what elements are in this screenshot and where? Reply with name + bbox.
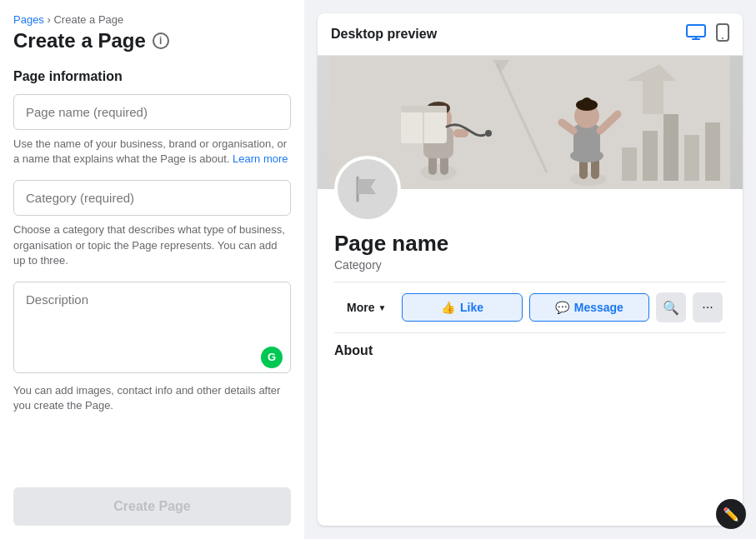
desktop-view-icon[interactable] — [686, 24, 706, 44]
preview-category: Category — [334, 258, 726, 272]
profile-area: Page name Category More ▼ 👍 Like 💬 Messa… — [318, 189, 743, 332]
svg-rect-11 — [453, 129, 468, 137]
breadcrumb-current: Create a Page — [53, 13, 123, 26]
action-buttons: More ▼ 👍 Like 💬 Message 🔍 ··· — [334, 292, 726, 322]
svg-point-15 — [485, 130, 492, 137]
search-icon: 🔍 — [663, 300, 679, 316]
preview-container: Desktop preview — [318, 13, 743, 526]
left-panel: Pages › Create a Page Create a Page i Pa… — [0, 0, 304, 539]
description-input[interactable] — [13, 282, 291, 373]
preview-icons — [686, 23, 729, 45]
edit-page-icon-button[interactable]: ✏️ — [716, 499, 746, 529]
learn-more-link[interactable]: Learn more — [233, 152, 288, 165]
page-title: Create a Page — [13, 29, 146, 52]
about-section: About — [334, 332, 726, 362]
svg-rect-0 — [687, 25, 705, 37]
divider — [334, 282, 726, 282]
more-button[interactable]: More ▼ — [338, 295, 395, 320]
preview-header: Desktop preview — [318, 13, 743, 56]
svg-point-23 — [582, 97, 592, 107]
mobile-view-icon[interactable] — [716, 23, 729, 45]
search-button[interactable]: 🔍 — [656, 292, 686, 322]
section-title: Page information — [13, 69, 291, 84]
add-info-text: You can add images, contact info and oth… — [13, 383, 291, 413]
avatar — [334, 156, 401, 222]
svg-point-16 — [570, 172, 607, 186]
create-page-button[interactable]: Create Page — [13, 487, 291, 526]
page-title-row: Create a Page i — [13, 29, 291, 52]
page-name-helper: Use the name of your business, brand or … — [13, 137, 291, 167]
thumbs-up-icon: 👍 — [441, 301, 455, 314]
about-title: About — [334, 343, 373, 357]
svg-rect-29 — [705, 122, 720, 181]
svg-rect-27 — [663, 114, 678, 181]
messenger-icon: 💬 — [555, 301, 569, 314]
pencil-icon: ✏️ — [723, 507, 739, 522]
preview-page-name: Page name — [334, 231, 726, 257]
chevron-down-icon: ▼ — [378, 303, 386, 312]
breadcrumb: Pages › Create a Page — [13, 13, 291, 26]
svg-point-4 — [420, 164, 457, 181]
svg-point-2 — [722, 37, 723, 39]
right-panel: Desktop preview — [304, 0, 756, 539]
svg-rect-28 — [684, 135, 699, 181]
category-input[interactable] — [13, 180, 291, 216]
svg-rect-20 — [573, 124, 600, 157]
message-button[interactable]: 💬 Message — [529, 293, 649, 322]
svg-rect-25 — [622, 147, 637, 181]
preview-title: Desktop preview — [331, 27, 437, 42]
grammarly-icon: G — [261, 347, 283, 368]
like-button[interactable]: 👍 Like — [402, 293, 522, 322]
svg-rect-26 — [643, 131, 658, 181]
breadcrumb-parent[interactable]: Pages — [13, 13, 44, 26]
ellipsis-icon: ··· — [702, 300, 713, 315]
category-helper: Choose a category that describes what ty… — [13, 222, 291, 268]
info-icon[interactable]: i — [153, 32, 169, 49]
page-name-input[interactable] — [13, 94, 291, 130]
svg-rect-13 — [401, 106, 447, 112]
more-options-button[interactable]: ··· — [693, 292, 723, 322]
description-wrapper: G — [13, 282, 291, 377]
